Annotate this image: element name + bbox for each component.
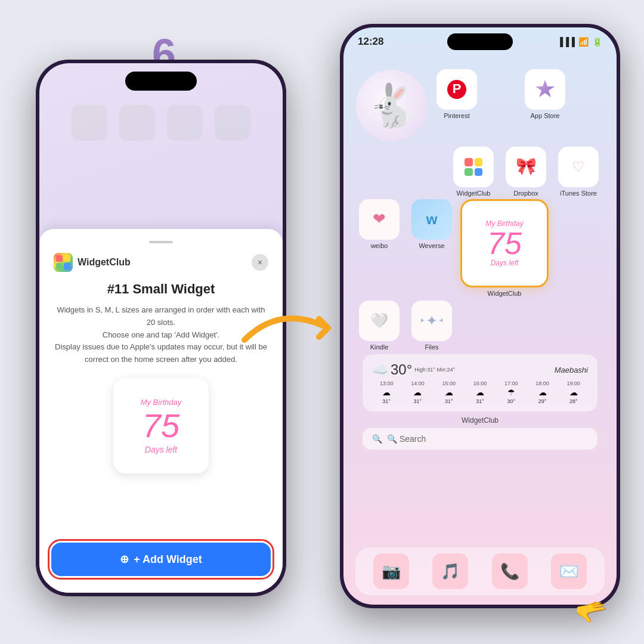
files-icon: ✦✦✦: [411, 301, 452, 341]
add-widget-button[interactable]: ⊕ + Add Widget: [51, 543, 271, 576]
cursor-hand: 🫳: [573, 594, 611, 630]
rabbit-decoration: 🐇: [353, 67, 431, 144]
dynamic-island-right: [447, 33, 513, 50]
widgetclub-icon: [54, 253, 73, 272]
itunes-label: iTunes Store: [560, 190, 597, 197]
wt-temp-1: 31°: [414, 398, 422, 404]
dropbox-icon: 🎀: [506, 147, 546, 187]
wt-icon-5: ☁: [538, 388, 547, 397]
weather-slot-1: 14:00 ☁ 31°: [403, 380, 432, 404]
sheet-header: WidgetClub ×: [54, 253, 268, 272]
search-text: 🔍 Search: [387, 434, 426, 444]
bottom-sheet: WidgetClub × #11 Small Widget Widgets in…: [39, 229, 283, 545]
files-label: Files: [425, 343, 438, 351]
right-phone: 12:28 ▐▐▐ 📶 🔋 🐇 P: [340, 24, 620, 608]
wt-time-6: 19:00: [567, 380, 581, 386]
app-row-4: 🤍 Kindle ✦✦✦ Files: [353, 301, 607, 351]
wt-time-2: 15:00: [442, 380, 456, 386]
weather-slot-5: 18:00 ☁ 29°: [528, 380, 556, 404]
bw-days: Days left: [491, 259, 519, 267]
weather-slot-4: 17:00 ☂ 30°: [497, 380, 525, 404]
wt-temp-3: 31°: [476, 398, 484, 404]
wt-time-4: 17:00: [504, 380, 518, 386]
birthday-widget: My Birthday 75 Days left: [460, 199, 549, 287]
weibo-icon: ❤: [359, 199, 400, 240]
weather-highlow: High:31° Min:24°: [414, 367, 455, 373]
svg-text:♡: ♡: [572, 159, 585, 175]
wt-icon-6: ☁: [569, 388, 578, 397]
wt-icon-4: ☂: [507, 388, 515, 397]
dock-camera[interactable]: 📷: [373, 553, 409, 589]
birthday-widget-container[interactable]: My Birthday 75 Days left WidgetClub: [460, 199, 549, 297]
svg-text:✦✦✦: ✦✦✦: [421, 312, 442, 329]
battery-icon: 🔋: [592, 37, 602, 47]
itunes-icon: ♡: [558, 147, 599, 187]
sheet-handle: [149, 241, 173, 243]
bw-number: 75: [487, 228, 522, 259]
wt-time-1: 14:00: [411, 380, 425, 386]
weverse-label: Weverse: [419, 242, 444, 249]
search-icon: 🔍: [372, 434, 382, 444]
widget-label: My Birthday: [141, 398, 182, 407]
widget-days: Days left: [145, 445, 177, 454]
svg-marker-2: [535, 80, 555, 97]
arrow: [233, 292, 376, 376]
app-files[interactable]: ✦✦✦ Files: [408, 301, 456, 351]
wt-temp-5: 29°: [538, 398, 547, 404]
sheet-logo: WidgetClub: [54, 253, 131, 272]
weather-city: Maebashi: [555, 366, 588, 374]
wt-icon-2: ☁: [445, 388, 453, 397]
weverse-icon: w: [411, 199, 452, 240]
widget-number: 75: [143, 409, 179, 442]
wt-icon-0: ☁: [382, 388, 391, 397]
dock-mail[interactable]: ✉️: [551, 553, 587, 589]
app-widgetclub[interactable]: WidgetClub: [450, 147, 497, 197]
bw-app-label: WidgetClub: [488, 290, 522, 297]
pinterest-icon: P: [436, 69, 477, 110]
weibo-label: weibo: [371, 242, 388, 249]
dock: 📷 🎵 📞 ✉️: [355, 547, 605, 595]
weather-slot-3: 16:00 ☁ 31°: [466, 380, 494, 404]
weather-slot-0: 13:00 ☁ 31°: [372, 380, 401, 404]
wt-temp-0: 31°: [382, 398, 391, 404]
weather-slot-2: 15:00 ☁ 31°: [435, 380, 463, 404]
wt-temp-2: 31°: [445, 398, 453, 404]
weather-slot-6: 19:00 ☁ 28°: [559, 380, 588, 404]
signal-icon: ▐▐▐: [557, 37, 575, 47]
weather-temp: 30°: [391, 361, 412, 378]
widgetclub-app-label: WidgetClub: [457, 190, 491, 197]
appstore-icon: [525, 69, 565, 110]
svg-text:🎀: 🎀: [516, 156, 537, 176]
weverse-w: w: [426, 211, 438, 228]
wifi-icon: 📶: [578, 37, 589, 47]
widget-preview-left: My Birthday 75 Days left: [113, 378, 209, 473]
svg-text:P: P: [453, 81, 462, 96]
app-pinterest[interactable]: P Pinterest: [433, 69, 481, 119]
dock-phone[interactable]: 📞: [492, 553, 528, 589]
dropbox-label: Dropbox: [513, 190, 538, 197]
wt-icon-3: ☁: [476, 388, 484, 397]
add-icon: ⊕: [120, 553, 129, 566]
app-weibo[interactable]: ❤ weibo: [355, 199, 403, 249]
status-icons: ▐▐▐ 📶 🔋: [557, 37, 602, 47]
widgetclub-app-icon: [453, 147, 494, 187]
weather-timeline: 13:00 ☁ 31° 14:00 ☁ 31° 15:00 ☁ 31°: [372, 380, 588, 404]
app-dropbox[interactable]: 🎀 Dropbox: [502, 147, 550, 197]
add-widget-label: + Add Widget: [134, 553, 202, 566]
sheet-app-name: WidgetClub: [78, 257, 131, 268]
search-bar[interactable]: 🔍 🔍 Search: [363, 428, 597, 450]
pinterest-label: Pinterest: [444, 112, 469, 119]
wt-temp-4: 30°: [507, 398, 515, 404]
app-appstore[interactable]: App Store: [521, 69, 569, 119]
weather-widget: ☁️ 30° High:31° Min:24° Maebashi 13:00 ☁…: [363, 354, 597, 411]
app-itunes[interactable]: ♡ iTunes Store: [555, 147, 602, 197]
wt-time-5: 18:00: [535, 380, 549, 386]
wt-time-3: 16:00: [473, 380, 487, 386]
dock-music[interactable]: 🎵: [432, 553, 468, 589]
app-row-2: WidgetClub 🎀 Dropbox ♡ iTunes Store: [353, 147, 607, 197]
status-time: 12:28: [358, 36, 383, 48]
widgetclub-weather-label: WidgetClub: [353, 416, 607, 425]
dynamic-island-left: [125, 72, 197, 91]
app-weverse[interactable]: w Weverse: [408, 199, 456, 249]
sheet-close-button[interactable]: ×: [252, 254, 268, 271]
